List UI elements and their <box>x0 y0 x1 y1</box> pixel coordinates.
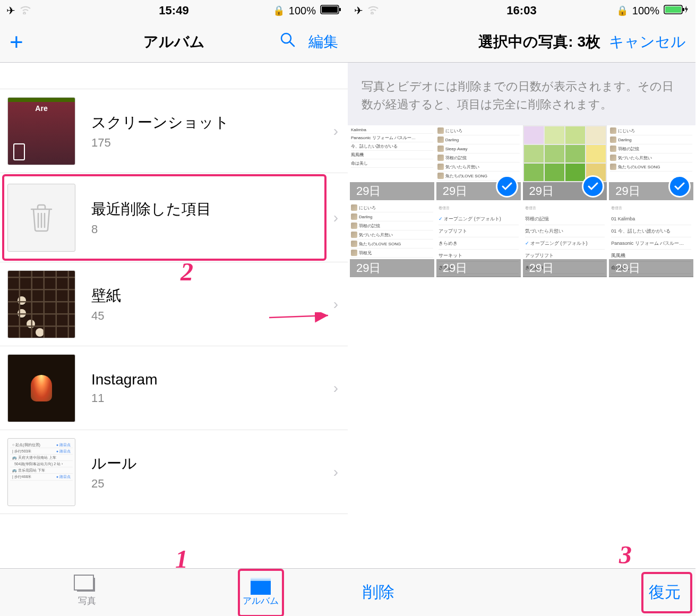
svg-rect-7 <box>683 8 684 11</box>
tab-photos[interactable]: 写真 <box>0 569 174 616</box>
album-row-rules[interactable]: ○ 起点(我的位置)● 路目点 | 歩行503米● 路目点 🚌 天府大道中段南站… <box>0 430 348 514</box>
days-remaining: 29日 <box>609 259 693 277</box>
album-name: ルール <box>91 454 333 474</box>
annotation-3: 3 <box>619 540 632 569</box>
album-thumb <box>7 270 75 338</box>
airplane-icon: ✈︎ <box>6 4 15 17</box>
edit-button[interactable]: 編集 <box>308 32 338 52</box>
info-banner: 写真とビデオには削除までの日数が表示されます。その日数が経過すると、項目は完全に… <box>348 63 695 125</box>
svg-rect-1 <box>322 6 338 13</box>
svg-rect-2 <box>339 8 341 11</box>
album-count: 175 <box>91 136 333 150</box>
nav-bar: + アルバム 編集 <box>0 21 348 63</box>
album-thumb <box>7 97 75 165</box>
album-count: 8 <box>91 223 333 236</box>
search-icon[interactable] <box>280 32 296 52</box>
deleted-photos-grid: KalimbaPanasonic リフォーム バスルー…今、話したい誰かがいる風… <box>348 125 695 277</box>
days-remaining: 29日 <box>350 182 434 200</box>
chevron-right-icon: › <box>333 380 348 397</box>
tab-albums[interactable]: アルバム <box>174 569 348 616</box>
left-screen: ✈︎ 15:49 🔒 100% + アルバム 編集 <box>0 0 348 616</box>
battery-icon <box>320 5 341 17</box>
grid-item[interactable]: 着信音01 Kalimba01 今、話したい誰かがいるPanasonic リフォ… <box>609 202 693 277</box>
chevron-right-icon: › <box>333 209 348 226</box>
trash-icon <box>28 203 55 233</box>
wifi-icon <box>20 5 31 17</box>
grid-item[interactable]: 29日 <box>523 125 607 200</box>
annotation-2: 2 <box>181 257 193 286</box>
album-thumb: ○ 起点(我的位置)● 路目点 | 歩行503米● 路目点 🚌 天府大道中段南站… <box>7 438 75 506</box>
albums-icon <box>251 578 271 594</box>
album-name: 壁紙 <box>91 286 333 306</box>
right-screen: ✈︎ 16:03 🔒 100% 選択中の写真: 3枚 キャンセル 写真とビデオに… <box>348 0 695 616</box>
airplane-icon: ✈︎ <box>354 4 363 17</box>
cancel-button[interactable]: キャンセル <box>609 32 686 52</box>
album-thumb <box>7 354 75 422</box>
battery-percent: 100% <box>289 5 316 17</box>
annotation-arrow <box>236 312 364 323</box>
svg-line-8 <box>269 315 328 318</box>
grid-item[interactable]: にじいろDarlingSleep Away羽根の記憶気づいたら片想い魚たちのLO… <box>436 125 521 200</box>
chevron-right-icon: › <box>333 123 348 140</box>
chevron-right-icon: › <box>333 464 348 481</box>
add-button[interactable]: + <box>10 30 23 54</box>
selected-check-icon <box>668 175 691 198</box>
grid-item[interactable]: KalimbaPanasonic リフォーム バスルー…今、話したい誰かがいる風… <box>350 125 434 200</box>
delete-button[interactable]: 削除 <box>363 581 394 603</box>
album-count: 25 <box>91 477 333 491</box>
nav-title: アルバム <box>143 32 205 52</box>
recover-button[interactable]: 復元 <box>649 581 681 603</box>
grid-item[interactable]: 着信音オープニング (デフォルト)アップリフトきらめきサーキットさざ波 29日 <box>436 202 521 277</box>
status-time: 16:03 <box>506 4 536 18</box>
album-row-screenshots[interactable]: スクリーンショット 175 › <box>0 89 348 173</box>
album-row-wallpaper[interactable]: 壁紙 45 › <box>0 262 348 346</box>
status-bar: ✈︎ 15:49 🔒 100% <box>0 0 348 21</box>
photo-thumb <box>523 125 607 182</box>
nav-title: 選択中の写真: 3枚 <box>478 32 600 52</box>
status-time: 15:49 <box>159 4 188 18</box>
tab-bar: 写真 アルバム <box>0 568 348 616</box>
album-row-instagram[interactable]: Instagram 11 › <box>0 346 348 430</box>
days-remaining: 29日 <box>350 259 434 277</box>
battery-charging-icon <box>664 5 689 17</box>
bottom-toolbar: 削除 復元 <box>348 568 695 616</box>
album-name: スクリーンショット <box>91 113 333 133</box>
svg-line-4 <box>290 42 294 46</box>
tab-label: アルバム <box>243 595 279 607</box>
album-row-recently-deleted[interactable]: 最近削除した項目 8 › <box>0 173 348 262</box>
album-count: 11 <box>91 391 333 405</box>
days-remaining: 29日 <box>436 259 521 277</box>
grid-item[interactable]: 着信音羽根の記憶気づいたら片想いオープニング (デフォルト)アップリフトきらめき… <box>523 202 607 277</box>
status-bar: ✈︎ 16:03 🔒 100% <box>348 0 695 21</box>
svg-rect-6 <box>665 6 681 13</box>
tab-label: 写真 <box>78 595 96 607</box>
nav-bar: 選択中の写真: 3枚 キャンセル <box>348 21 695 63</box>
rotation-lock-icon: 🔒 <box>616 5 628 16</box>
selected-check-icon <box>496 175 518 198</box>
photos-icon <box>77 578 97 594</box>
album-thumb-trash <box>7 184 75 252</box>
annotation-1: 1 <box>175 544 188 574</box>
chevron-right-icon: › <box>333 296 348 313</box>
album-row-partial[interactable] <box>0 63 348 89</box>
album-name: Instagram <box>91 371 333 388</box>
grid-item[interactable]: にじいろDarling羽根の記憶気づいたら片想い魚たちのLOVE SONG 29… <box>609 125 693 200</box>
days-remaining: 29日 <box>523 259 607 277</box>
album-name: 最近削除した項目 <box>91 199 333 219</box>
wifi-icon <box>367 5 379 17</box>
battery-percent: 100% <box>632 5 659 17</box>
grid-item[interactable]: にじいろDarling羽根の記憶気づいたら片想い魚たちのLOVE SONG羽根兄… <box>350 202 434 277</box>
rotation-lock-icon: 🔒 <box>273 5 285 16</box>
